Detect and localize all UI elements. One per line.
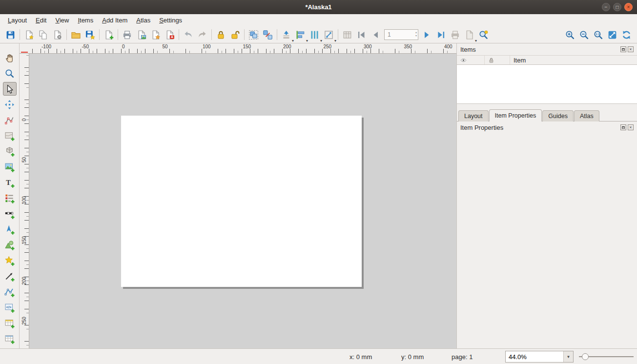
distribute-items-button[interactable]: ▾ — [308, 28, 322, 42]
layout-page[interactable] — [121, 116, 362, 287]
ungroup-items-button[interactable] — [261, 28, 275, 42]
print-atlas-button[interactable] — [448, 28, 462, 42]
menu-layout[interactable]: Layout — [4, 15, 31, 25]
move-item-content-button[interactable] — [3, 98, 17, 111]
zoom-combo-dropdown-button[interactable]: ▼ — [563, 351, 573, 362]
eye-icon — [460, 57, 467, 63]
items-panel-buttons: × — [620, 46, 634, 52]
add-attribute-table-button[interactable] — [3, 316, 17, 330]
group-items-button[interactable] — [247, 28, 261, 42]
align-items-button[interactable]: ▾ — [293, 28, 308, 42]
folder-icon — [71, 30, 81, 40]
layout-manager-button[interactable] — [50, 28, 64, 42]
layout-canvas[interactable] — [29, 54, 456, 348]
zoom-actual-button[interactable]: 1:1 — [591, 28, 605, 42]
dock-splitter[interactable] — [457, 104, 637, 109]
export-pdf-button[interactable]: A — [163, 28, 177, 42]
spinner-arrows[interactable]: ▴▾ — [415, 31, 417, 38]
new-layout-button[interactable] — [22, 28, 36, 42]
export-image-button[interactable] — [134, 28, 148, 42]
add-3d-map-button[interactable] — [3, 144, 17, 158]
visibility-column-header — [457, 56, 485, 64]
add-fixed-table-button[interactable] — [3, 332, 17, 345]
items-panel-close-button[interactable]: × — [628, 46, 634, 52]
zoom-out-button[interactable] — [577, 28, 591, 42]
edit-nodes-item-button[interactable] — [3, 113, 17, 127]
zoom-level-combo[interactable]: ▼ — [505, 351, 574, 363]
horizontal-ruler[interactable]: -100 -50 0 50 100 150 200 250 300 350 40… — [20, 43, 456, 54]
menu-add-item[interactable]: Add Item — [98, 15, 131, 25]
add-node-item-button[interactable] — [3, 285, 17, 299]
add-arrow-icon — [4, 271, 15, 282]
save-icon — [5, 30, 16, 40]
item-properties-float-button[interactable] — [620, 124, 626, 130]
menu-atlas[interactable]: Atlas — [132, 15, 154, 25]
atlas-previous-button[interactable] — [369, 28, 383, 42]
add-north-arrow-button[interactable] — [3, 222, 17, 236]
add-attribute-table-icon — [4, 318, 15, 328]
unlock-all-button[interactable] — [228, 28, 242, 42]
duplicate-layout-button[interactable] — [36, 28, 50, 42]
zoom-slider-handle[interactable] — [582, 353, 589, 360]
item-properties-close-button[interactable]: × — [628, 124, 634, 130]
print-layout-button[interactable] — [120, 28, 134, 42]
preview-atlas-button[interactable] — [340, 28, 354, 42]
atlas-last-button[interactable] — [434, 28, 448, 42]
vertical-ruler[interactable]: 0 50 100 150 200 250 — [20, 54, 29, 348]
add-legend-button[interactable] — [3, 191, 17, 205]
pan-layout-button[interactable] — [3, 51, 17, 64]
atlas-settings-button[interactable] — [476, 28, 491, 42]
menu-view[interactable]: View — [51, 15, 73, 25]
items-list[interactable] — [457, 65, 637, 104]
add-label-button[interactable]: T — [3, 176, 17, 189]
tab-atlas[interactable]: Atlas — [574, 110, 599, 121]
zoom-slider[interactable] — [579, 349, 634, 364]
close-button[interactable]: × — [624, 3, 633, 11]
edit-nodes-icon — [4, 115, 15, 125]
tab-guides[interactable]: Guides — [542, 110, 574, 121]
add-pages-button[interactable] — [102, 28, 116, 42]
atlas-first-button[interactable] — [354, 28, 369, 42]
add-arrow-button[interactable] — [3, 269, 17, 283]
zoom-full-button[interactable] — [605, 28, 619, 42]
titlebar[interactable]: *Alaska1 − □ × — [0, 0, 637, 14]
raise-items-button[interactable]: ▾ — [279, 28, 293, 42]
minimize-button[interactable]: − — [602, 3, 610, 11]
add-picture-button[interactable] — [3, 160, 17, 174]
items-list-header: Item — [457, 55, 637, 65]
add-scale-bar-button[interactable] — [3, 207, 17, 221]
select-move-item-button[interactable] — [3, 82, 17, 96]
save-as-template-button[interactable] — [83, 28, 97, 42]
add-marker-button[interactable] — [3, 254, 17, 267]
tab-item-properties[interactable]: Item Properties — [489, 109, 542, 121]
lock-items-button[interactable] — [214, 28, 228, 42]
refresh-view-button[interactable] — [619, 28, 634, 42]
undo-button[interactable] — [181, 28, 195, 42]
ruler-label: 250 — [20, 315, 29, 327]
add-items-from-template-button[interactable] — [69, 28, 83, 42]
previous-feature-icon — [370, 30, 381, 40]
zoom-in-button[interactable] — [563, 28, 577, 42]
zoom-tool-button[interactable] — [3, 66, 17, 80]
export-svg-button[interactable] — [148, 28, 163, 42]
save-project-button[interactable] — [3, 28, 18, 42]
maximize-button[interactable]: □ — [613, 3, 621, 11]
zoom-level-input[interactable] — [506, 351, 563, 362]
distribute-icon — [309, 30, 320, 40]
menu-settings[interactable]: Settings — [155, 15, 186, 25]
tab-layout[interactable]: Layout — [458, 110, 489, 121]
spinner-down-icon: ▾ — [415, 34, 417, 38]
redo-button[interactable] — [195, 28, 209, 42]
atlas-next-button[interactable] — [420, 28, 434, 42]
add-html-button[interactable]: </> — [3, 301, 17, 314]
zoom-actual-icon: 1:1 — [593, 30, 603, 40]
menu-items[interactable]: Items — [74, 15, 97, 25]
items-panel-float-button[interactable] — [620, 46, 626, 52]
add-shape-button[interactable] — [3, 238, 17, 252]
atlas-page-input[interactable] — [384, 29, 418, 40]
add-map-button[interactable] — [3, 129, 17, 142]
export-atlas-button[interactable]: ▾ — [462, 28, 476, 42]
menu-edit[interactable]: Edit — [32, 15, 50, 25]
resize-items-button[interactable]: ▾ — [322, 28, 336, 42]
add-map-icon — [4, 131, 15, 141]
